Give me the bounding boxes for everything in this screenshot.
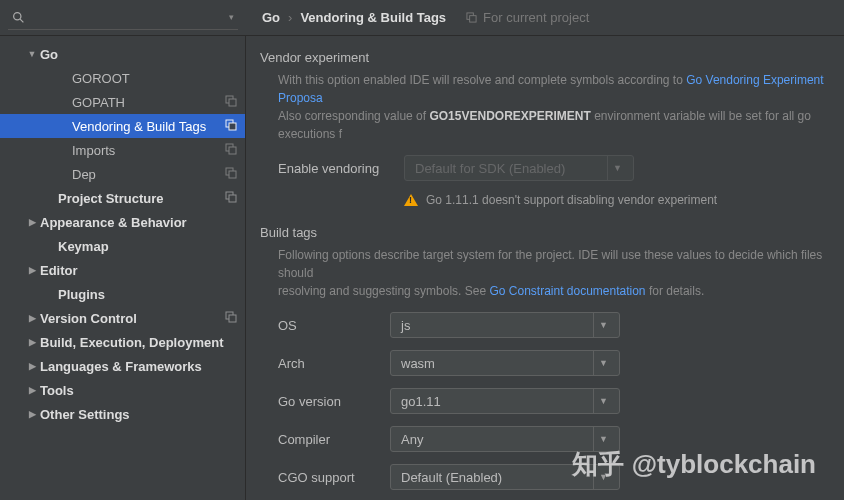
tree-item-dep[interactable]: Dep — [0, 162, 245, 186]
svg-rect-3 — [470, 16, 476, 22]
tree-item-project-structure[interactable]: Project Structure — [0, 186, 245, 210]
settings-content: Vendor experiment With this option enabl… — [246, 36, 844, 500]
tree-item-label: Project Structure — [58, 191, 225, 206]
arrow-icon: ▶ — [24, 265, 40, 275]
svg-point-0 — [14, 12, 21, 19]
compiler-label: Compiler — [278, 432, 374, 447]
settings-tree[interactable]: ▼GoGOROOTGOPATHVendoring & Build TagsImp… — [0, 36, 246, 500]
svg-rect-15 — [229, 315, 236, 322]
svg-rect-13 — [229, 195, 236, 202]
tree-item-gopath[interactable]: GOPATH — [0, 90, 245, 114]
search-icon — [12, 11, 25, 24]
tree-item-goroot[interactable]: GOROOT — [0, 66, 245, 90]
copy-icon — [225, 311, 237, 325]
copy-icon — [225, 95, 237, 109]
cgo-select[interactable]: Default (Enabled)▼ — [390, 464, 620, 490]
chevron-down-icon: ▼ — [593, 427, 613, 451]
chevron-down-icon: ▼ — [593, 389, 613, 413]
copy-icon — [225, 191, 237, 205]
tree-item-label: Other Settings — [40, 407, 237, 422]
search-input[interactable] — [29, 10, 225, 25]
gover-label: Go version — [278, 394, 374, 409]
tree-item-version-control[interactable]: ▶Version Control — [0, 306, 245, 330]
enable-vendoring-select[interactable]: Default for SDK (Enabled) ▼ — [404, 155, 634, 181]
tree-item-build-execution-deployment[interactable]: ▶Build, Execution, Deployment — [0, 330, 245, 354]
arrow-icon: ▶ — [24, 217, 40, 227]
tree-item-label: Imports — [72, 143, 225, 158]
tree-item-label: Go — [40, 47, 237, 62]
enable-vendoring-label: Enable vendoring — [278, 161, 388, 176]
vendor-warning: Go 1.11.1 doesn't support disabling vend… — [404, 193, 844, 207]
tree-item-label: GOPATH — [72, 95, 225, 110]
compiler-select[interactable]: Any▼ — [390, 426, 620, 452]
tree-item-vendoring-build-tags[interactable]: Vendoring & Build Tags — [0, 114, 245, 138]
arrow-icon: ▶ — [24, 361, 40, 371]
tree-item-label: Languages & Frameworks — [40, 359, 237, 374]
tree-item-label: Vendoring & Build Tags — [72, 119, 225, 134]
arrow-icon: ▶ — [24, 409, 40, 419]
arrow-icon: ▼ — [24, 49, 40, 59]
tree-item-label: Keymap — [58, 239, 237, 254]
breadcrumb-root: Go — [262, 10, 280, 25]
tree-item-plugins[interactable]: Plugins — [0, 282, 245, 306]
os-select[interactable]: js▼ — [390, 312, 620, 338]
cgo-label: CGO support — [278, 470, 374, 485]
breadcrumb-page: Vendoring & Build Tags — [300, 10, 446, 25]
tree-item-label: Dep — [72, 167, 225, 182]
svg-rect-7 — [229, 123, 236, 130]
tree-item-label: Version Control — [40, 311, 225, 326]
svg-rect-9 — [229, 147, 236, 154]
tree-item-label: GOROOT — [72, 71, 237, 86]
tree-item-languages-frameworks[interactable]: ▶Languages & Frameworks — [0, 354, 245, 378]
copy-icon — [225, 143, 237, 157]
arch-select[interactable]: wasm▼ — [390, 350, 620, 376]
tree-item-other-settings[interactable]: ▶Other Settings — [0, 402, 245, 426]
vendor-section-desc: With this option enabled IDE will resolv… — [260, 71, 844, 143]
copy-icon — [225, 167, 237, 181]
dropdown-icon[interactable]: ▾ — [229, 12, 234, 22]
chevron-down-icon: ▼ — [607, 156, 627, 180]
tree-item-label: Editor — [40, 263, 237, 278]
chevron-right-icon: › — [288, 10, 292, 25]
chevron-down-icon: ▼ — [593, 465, 613, 489]
constraint-doc-link[interactable]: Go Constraint documentation — [489, 284, 645, 298]
chevron-down-icon: ▼ — [593, 313, 613, 337]
tree-item-appearance-behavior[interactable]: ▶Appearance & Behavior — [0, 210, 245, 234]
env-var: GO15VENDOREXPERIMENT — [429, 109, 590, 123]
warning-icon — [404, 194, 418, 206]
build-section-title: Build tags — [260, 225, 844, 240]
build-section-desc: Following options describe target system… — [260, 246, 844, 300]
tree-item-keymap[interactable]: Keymap — [0, 234, 245, 258]
gover-select[interactable]: go1.11▼ — [390, 388, 620, 414]
tree-item-imports[interactable]: Imports — [0, 138, 245, 162]
tree-item-label: Tools — [40, 383, 237, 398]
os-label: OS — [278, 318, 374, 333]
breadcrumb: Go › Vendoring & Build Tags For current … — [238, 10, 836, 25]
copy-icon — [466, 12, 477, 23]
tree-item-editor[interactable]: ▶Editor — [0, 258, 245, 282]
tree-item-label: Plugins — [58, 287, 237, 302]
svg-rect-11 — [229, 171, 236, 178]
tree-item-tools[interactable]: ▶Tools — [0, 378, 245, 402]
arch-label: Arch — [278, 356, 374, 371]
search-wrapper[interactable]: ▾ — [8, 6, 238, 30]
scope-label: For current project — [466, 10, 589, 25]
tree-item-label: Build, Execution, Deployment — [40, 335, 237, 350]
chevron-down-icon: ▼ — [593, 351, 613, 375]
arrow-icon: ▶ — [24, 313, 40, 323]
arrow-icon: ▶ — [24, 337, 40, 347]
svg-rect-5 — [229, 99, 236, 106]
copy-icon — [225, 119, 237, 133]
vendor-section-title: Vendor experiment — [260, 50, 844, 65]
arrow-icon: ▶ — [24, 385, 40, 395]
svg-line-1 — [20, 19, 23, 22]
tree-item-label: Appearance & Behavior — [40, 215, 237, 230]
tree-item-go[interactable]: ▼Go — [0, 42, 245, 66]
